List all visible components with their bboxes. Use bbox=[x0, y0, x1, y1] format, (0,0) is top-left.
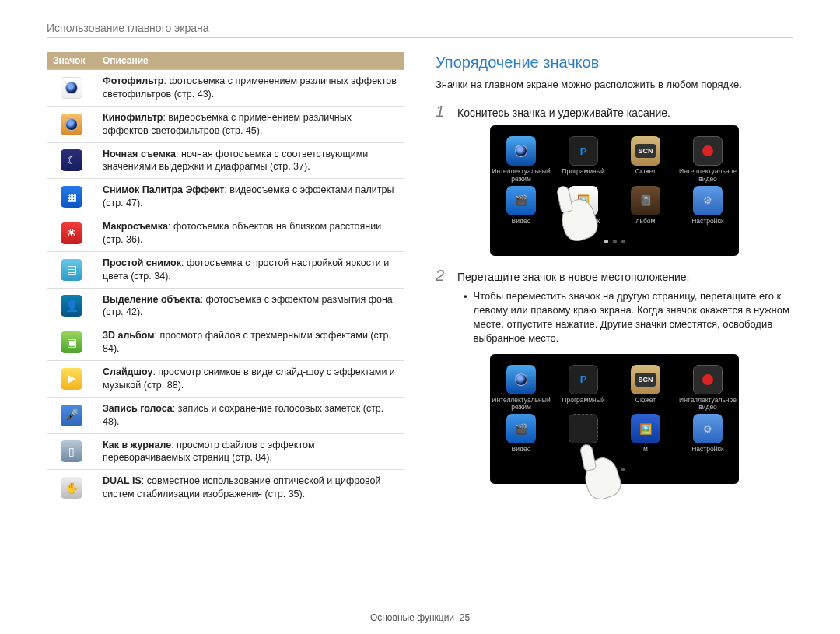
grid-item-scene: SCN Сюжет bbox=[622, 365, 669, 412]
grid-item-smart-video: Интеллектуальное видео bbox=[684, 136, 731, 183]
section-title: Упорядочение значков bbox=[436, 54, 793, 72]
step-1: 1 Коснитесь значка и удерживайте касание… bbox=[436, 103, 793, 121]
pager-dots bbox=[604, 240, 625, 243]
row-desc: Выделение объекта: фотосъемка с эффектом… bbox=[96, 288, 404, 324]
easy-shot-icon: ▤ bbox=[61, 259, 82, 281]
table-row: ▯ Как в журнале: просмотр файлов с эффек… bbox=[47, 433, 404, 470]
row-desc: Слайдшоу: просмотр снимков в виде слайд-… bbox=[96, 361, 404, 398]
grid-item-settings: ⚙ Настройки bbox=[684, 186, 731, 232]
grid-item-smart: Интеллектуальный режим bbox=[498, 136, 544, 183]
table-row: ▶ Слайдшоу: просмотр снимков в виде слай… bbox=[47, 361, 404, 398]
row-desc: Макросъемка: фотосъемка объектов на близ… bbox=[96, 215, 404, 252]
table-row: ▤ Простой снимок: фотосъемка с простой н… bbox=[47, 251, 404, 288]
grid-item-editor: 🖼️ Фоторедак bbox=[560, 186, 607, 232]
row-desc: Кинофильтр: видеосъемка с применением ра… bbox=[96, 106, 404, 142]
table-row: ❀ Макросъемка: фотосъемка объектов на бл… bbox=[47, 215, 404, 252]
footer: Основные функции 25 bbox=[0, 612, 840, 623]
step-number: 1 bbox=[436, 103, 448, 121]
table-row: Фотофильтр: фотосъемка с применением раз… bbox=[47, 70, 404, 107]
grid-item-settings: ⚙ Настройки bbox=[684, 414, 731, 460]
dual-is-icon: ✋ bbox=[61, 477, 82, 499]
grid-item-smart-video: Интеллектуальное видео bbox=[684, 365, 731, 412]
row-desc: Простой снимок: фотосъемка с простой нас… bbox=[96, 251, 404, 288]
table-row: ✋ DUAL IS: совместное использование опти… bbox=[47, 470, 404, 506]
grid-item-smart: Интеллектуальный режим bbox=[498, 365, 544, 412]
voice-record-icon: 🎤 bbox=[61, 405, 82, 426]
arrange-icons-section: Упорядочение значков Значки на главном э… bbox=[436, 52, 793, 506]
row-desc: Запись голоса: запись и сохранение голос… bbox=[96, 397, 404, 433]
grid-item-dragging-editor: 🖼️ м bbox=[622, 414, 669, 460]
header-rule bbox=[47, 37, 793, 38]
table-row: ▣ 3D альбом: просмотр файлов с трехмерны… bbox=[47, 324, 404, 361]
grid-item-video: 🎬 Видео bbox=[498, 414, 544, 460]
table-row: ☾ Ночная съемка: ночная фотосъемка с соо… bbox=[47, 142, 404, 179]
step-number: 2 bbox=[436, 267, 448, 285]
moviefilter-icon bbox=[61, 114, 82, 135]
step-2: 2 Перетащите значок в новое местоположен… bbox=[436, 267, 793, 285]
grid-item-album: 📓 льбом bbox=[622, 186, 669, 232]
pager-dots bbox=[604, 468, 625, 471]
row-desc: 3D альбом: просмотр файлов с трехмерными… bbox=[96, 324, 404, 361]
magazine-icon: ▯ bbox=[61, 440, 82, 462]
palette-icon: ▦ bbox=[61, 186, 82, 208]
slideshow-icon: ▶ bbox=[61, 368, 82, 390]
device-panel-2: Интеллектуальный режим P Программный SCN… bbox=[490, 354, 739, 485]
device-panel-1: Интеллектуальный режим P Программный SCN… bbox=[490, 125, 739, 256]
3d-album-icon: ▣ bbox=[61, 331, 82, 353]
grid-item-video: 🎬 Видео bbox=[498, 186, 544, 232]
row-desc: Ночная съемка: ночная фотосъемка с соотв… bbox=[96, 142, 404, 179]
highlight-icon: 👤 bbox=[61, 295, 82, 317]
table-row: ▦ Снимок Палитра Эффект: видеосъемка с э… bbox=[47, 179, 404, 215]
icon-table: Значок Описание Фотофильтр: фотосъемка с… bbox=[47, 52, 404, 506]
grid-item-placeholder bbox=[560, 414, 607, 460]
footer-label: Основные функции bbox=[370, 612, 454, 623]
step-text: Перетащите значок в новое местоположение… bbox=[457, 271, 689, 283]
table-row: Кинофильтр: видеосъемка с применением ра… bbox=[47, 106, 404, 142]
row-desc: Снимок Палитра Эффект: видеосъемка с эфф… bbox=[96, 179, 404, 215]
night-icon: ☾ bbox=[61, 149, 82, 171]
col-header-icon: Значок bbox=[47, 52, 96, 70]
row-desc: Как в журнале: просмотр файлов с эффекто… bbox=[96, 433, 404, 470]
row-desc: Фотофильтр: фотосъемка с применением раз… bbox=[96, 70, 404, 107]
table-row: 👤 Выделение объекта: фотосъемка с эффект… bbox=[47, 288, 404, 324]
grid-item-program: P Программный bbox=[560, 136, 607, 183]
page-header-title: Использование главного экрана bbox=[47, 22, 793, 34]
col-header-desc: Описание bbox=[96, 52, 404, 70]
footer-page: 25 bbox=[460, 612, 470, 623]
section-intro: Значки на главном экране можно расположи… bbox=[436, 78, 793, 92]
photofilter-icon bbox=[61, 77, 82, 99]
macro-icon: ❀ bbox=[61, 222, 82, 244]
grid-item-program: P Программный bbox=[560, 365, 607, 412]
row-desc: DUAL IS: совместное использование оптиче… bbox=[96, 470, 404, 506]
step-2-bullet: • Чтобы переместить значок на другую стр… bbox=[464, 289, 793, 346]
step-text: Коснитесь значка и удерживайте касание. bbox=[457, 107, 670, 119]
grid-item-scene: SCN Сюжет bbox=[622, 136, 669, 183]
table-row: 🎤 Запись голоса: запись и сохранение гол… bbox=[47, 397, 404, 433]
icon-description-section: Значок Описание Фотофильтр: фотосъемка с… bbox=[47, 52, 404, 506]
